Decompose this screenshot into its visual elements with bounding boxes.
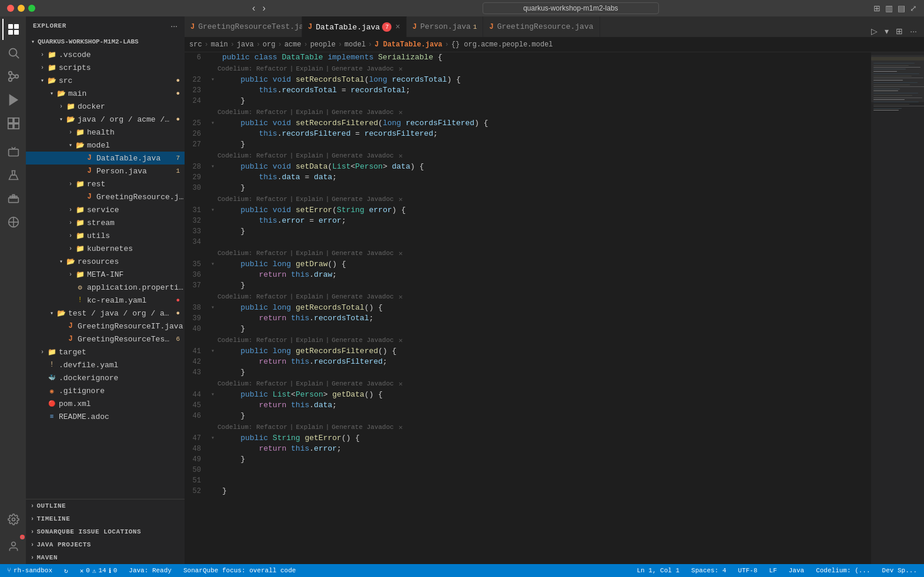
run-dropdown-button[interactable]: ▾ — [882, 25, 891, 37]
breadcrumb-org[interactable]: org — [263, 41, 276, 49]
tree-root[interactable]: ▾ QUARKUS-WORKSHOP-M1M2-LABS — [26, 35, 185, 48]
codelens-refactor-35[interactable]: Codelium: Refactor — [217, 250, 287, 257]
activity-source-control[interactable] — [2, 66, 24, 87]
codelens-close-35[interactable]: ✕ — [399, 249, 403, 258]
outline-section[interactable]: › OUTLINE — [26, 499, 185, 512]
status-language[interactable]: Java — [786, 564, 806, 577]
tree-item-vscode[interactable]: › 📁 .vscode — [26, 48, 185, 61]
tab-close-datatable[interactable]: × — [395, 22, 400, 32]
line-chevron-28[interactable]: ▾ — [208, 162, 217, 172]
line-chevron-38[interactable]: ▾ — [208, 303, 217, 313]
tree-item-scripts[interactable]: › 📁 scripts — [26, 61, 185, 74]
status-sync[interactable]: ↻ — [62, 564, 71, 577]
codelens-refactor-31[interactable]: Codelium: Refactor — [217, 196, 287, 203]
tree-item-pom[interactable]: 🔴 pom.xml — [26, 397, 185, 410]
tree-item-java-org[interactable]: ▾ 📂 java / org / acme / people ● — [26, 113, 185, 126]
codelens-javadoc-25[interactable]: Generate Javadoc — [332, 109, 394, 116]
codelens-refactor-28[interactable]: Codelium: Refactor — [217, 152, 287, 159]
activity-docker[interactable] — [2, 188, 24, 209]
tree-item-greetingresource[interactable]: J GreetingResource.java — [26, 190, 185, 203]
sidebar-icon[interactable]: ▥ — [885, 4, 893, 13]
timeline-header[interactable]: › TIMELINE — [26, 512, 185, 525]
codelens-refactor-47[interactable]: Codelium: Refactor — [217, 424, 287, 431]
codelens-refactor-22[interactable]: Codelium: Refactor — [217, 65, 287, 72]
tree-item-health[interactable]: › 📁 health — [26, 126, 185, 139]
codelens-explain-25[interactable]: Explain — [296, 109, 323, 116]
codelens-close-25[interactable]: ✕ — [399, 108, 403, 117]
code-area[interactable]: 6 public class DataTable implements Seri… — [185, 52, 871, 564]
tree-item-stream[interactable]: › 📁 stream — [26, 216, 185, 229]
codelens-javadoc-35[interactable]: Generate Javadoc — [332, 250, 394, 257]
sonarqube-header[interactable]: › SONARQUBE ISSUE LOCATIONS — [26, 525, 185, 538]
line-chevron-41[interactable]: ▾ — [208, 346, 217, 357]
codelens-javadoc-38[interactable]: Generate Javadoc — [332, 293, 394, 300]
tree-item-devfile[interactable]: ! .devfile.yaml — [26, 358, 185, 371]
tree-item-greetingresourceit[interactable]: J GreetingResourceIT.java — [26, 320, 185, 333]
split-editor-button[interactable]: ⊞ — [893, 25, 905, 37]
status-java[interactable]: Java: Ready — [126, 564, 174, 577]
outline-header[interactable]: › OUTLINE — [26, 499, 185, 512]
tree-item-kubernetes[interactable]: › 📁 kubernetes — [26, 242, 185, 255]
codelens-close-44[interactable]: ✕ — [399, 380, 403, 388]
tree-item-test[interactable]: ▾ 📂 test / java / org / acme / people ● — [26, 307, 185, 320]
tree-item-readme[interactable]: ≡ README.adoc — [26, 410, 185, 423]
codelens-close-22[interactable]: ✕ — [399, 65, 403, 73]
codelens-javadoc-28[interactable]: Generate Javadoc — [332, 152, 394, 159]
minimize-btn[interactable] — [18, 5, 25, 12]
activity-testing[interactable] — [2, 165, 24, 186]
line-chevron-35[interactable]: ▾ — [208, 259, 217, 270]
more-actions-button[interactable]: ··· — [908, 25, 919, 37]
maven-header[interactable]: › MAVEN — [26, 551, 185, 564]
tree-item-greetingresourcetest[interactable]: J GreetingResourceTest.java 6 — [26, 333, 185, 345]
codelens-refactor-38[interactable]: Codelium: Refactor — [217, 293, 287, 300]
codelens-refactor-44[interactable]: Codelium: Refactor — [217, 380, 287, 387]
fullscreen-icon[interactable]: ⤢ — [910, 4, 917, 13]
codelens-explain-44[interactable]: Explain — [296, 380, 323, 387]
codelens-explain-31[interactable]: Explain — [296, 196, 323, 203]
codelens-explain-41[interactable]: Explain — [296, 337, 323, 344]
panel-icon[interactable]: ▤ — [898, 4, 905, 13]
tree-item-app-props[interactable]: ⚙ application.properties — [26, 281, 185, 294]
activity-accounts[interactable]: 1 — [2, 536, 24, 557]
codelens-javadoc-31[interactable]: Generate Javadoc — [332, 196, 394, 203]
maven-section[interactable]: › MAVEN — [26, 551, 185, 564]
status-eol[interactable]: LF — [767, 564, 779, 577]
codelens-explain-28[interactable]: Explain — [296, 152, 323, 159]
breadcrumb-people[interactable]: people — [310, 41, 336, 49]
line-chevron-25[interactable]: ▾ — [208, 118, 217, 129]
activity-settings[interactable] — [2, 509, 24, 530]
breadcrumb-java[interactable]: java — [237, 41, 254, 49]
codelens-javadoc-47[interactable]: Generate Javadoc — [332, 424, 394, 431]
tab-person[interactable]: J Person.java 1 — [407, 16, 484, 37]
breadcrumb-model[interactable]: model — [344, 41, 366, 49]
tab-greeting-resource-test[interactable]: J GreetingResourceTest.java 6 × — [185, 16, 302, 37]
tree-item-resources[interactable]: ▾ 📂 resources — [26, 255, 185, 268]
sonarqube-section[interactable]: › SONARQUBE ISSUE LOCATIONS — [26, 525, 185, 538]
activity-extensions[interactable] — [2, 113, 24, 134]
status-line-col[interactable]: Ln 1, Col 1 — [634, 564, 682, 577]
tree-item-meta-inf[interactable]: › 📁 META-INF — [26, 268, 185, 281]
java-projects-header[interactable]: › JAVA PROJECTS — [26, 538, 185, 551]
codelens-explain-38[interactable]: Explain — [296, 293, 323, 300]
status-codelium[interactable]: Codelium: (... — [813, 564, 872, 577]
status-devsp[interactable]: Dev Sp... — [880, 564, 919, 577]
tab-greeting-resource[interactable]: J GreetingResource.java — [483, 16, 600, 37]
breadcrumb-acme[interactable]: acme — [284, 41, 302, 49]
tree-item-model[interactable]: ▾ 📂 model — [26, 139, 185, 152]
status-spaces[interactable]: Spaces: 4 — [689, 564, 728, 577]
back-button[interactable]: ‹ — [250, 3, 257, 14]
activity-remote[interactable] — [2, 141, 24, 162]
status-encoding[interactable]: UTF-8 — [736, 564, 760, 577]
tree-item-dockerignore[interactable]: 🐳 .dockerignore — [26, 371, 185, 384]
codelens-javadoc-22[interactable]: Generate Javadoc — [332, 65, 394, 72]
codelens-close-47[interactable]: ✕ — [399, 423, 403, 432]
breadcrumb-src[interactable]: src — [189, 41, 202, 49]
codelens-refactor-25[interactable]: Codelium: Refactor — [217, 109, 287, 116]
codelens-explain-35[interactable]: Explain — [296, 250, 323, 257]
line-chevron-31[interactable]: ▾ — [208, 205, 217, 216]
tree-item-target[interactable]: › 📁 target — [26, 345, 185, 358]
codelens-close-31[interactable]: ✕ — [399, 195, 403, 204]
activity-run-debug[interactable] — [2, 89, 24, 110]
line-chevron-22[interactable]: ▾ — [208, 75, 217, 85]
sidebar-more-button[interactable]: ··· — [170, 21, 178, 31]
